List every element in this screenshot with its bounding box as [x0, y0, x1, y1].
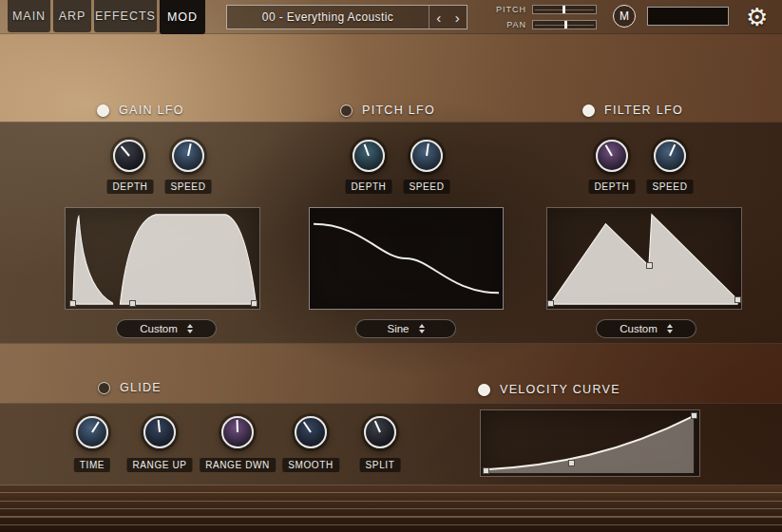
- pitch-depth-label: DEPTH: [346, 180, 392, 194]
- preset-arrows: ‹ ›: [429, 6, 467, 28]
- pitch-speed-knob[interactable]: [410, 140, 443, 172]
- curve-handle[interactable]: [646, 262, 653, 269]
- glide-title: GLIDE: [98, 381, 162, 394]
- glide-smooth-label: SMOOTH: [282, 458, 339, 472]
- gain-speed-label: SPEED: [165, 180, 212, 194]
- curve-handle[interactable]: [483, 467, 489, 474]
- pan-slider[interactable]: [532, 20, 597, 29]
- glide-time-knob[interactable]: [76, 416, 108, 448]
- glide-split-label: SPLIT: [360, 458, 401, 472]
- pitch-slider[interactable]: [532, 5, 597, 14]
- glide-split-knob[interactable]: [364, 416, 396, 448]
- filter-lfo-toggle[interactable]: [582, 104, 595, 117]
- chevron-up-down-icon: [667, 324, 673, 333]
- filter-waveform: [547, 208, 741, 309]
- level-meter: [647, 7, 729, 26]
- filter-wave-select-value: Custom: [620, 323, 658, 334]
- glide-range-down-label: RANGE DWN: [200, 458, 276, 472]
- glide-title-label: GLIDE: [120, 381, 162, 394]
- knob-needle: [410, 140, 443, 172]
- pan-label: PAN: [488, 20, 526, 29]
- pitch-waveform: [310, 208, 503, 309]
- filter-depth-label: DEPTH: [589, 180, 636, 194]
- tab-effects[interactable]: EFFECTS: [94, 0, 157, 32]
- curve-handle[interactable]: [69, 300, 76, 307]
- curve-handle[interactable]: [547, 300, 554, 307]
- chevron-up-down-icon: [187, 324, 193, 333]
- filter-lfo-title: FILTER LFO: [582, 104, 683, 117]
- glide-range-down-knob[interactable]: [221, 416, 254, 448]
- glide-range-up-label: RANGE UP: [126, 458, 192, 472]
- velocity-curve-path: [481, 410, 699, 476]
- glide-range-up-knob[interactable]: [143, 416, 176, 448]
- plugin-window: MAIN ARP EFFECTS MOD 00 - Everything Aco…: [0, 0, 782, 532]
- preset-next-icon[interactable]: ›: [455, 10, 460, 25]
- curve-handle[interactable]: [129, 300, 136, 307]
- tab-main[interactable]: MAIN: [8, 0, 50, 32]
- filter-wave-display[interactable]: [546, 207, 742, 310]
- filter-speed-label: SPEED: [647, 180, 694, 194]
- pitch-lfo-toggle[interactable]: [340, 104, 353, 117]
- gain-wave-select[interactable]: Custom: [116, 319, 217, 338]
- gain-wave-select-value: Custom: [140, 323, 178, 334]
- gain-lfo-title-label: GAIN LFO: [119, 104, 184, 117]
- curve-handle[interactable]: [251, 300, 257, 307]
- pitch-label: PITCH: [488, 5, 526, 14]
- knob-needle: [171, 139, 205, 173]
- preset-selector[interactable]: 00 - Everything Acoustic ‹ ›: [226, 5, 467, 29]
- curve-handle[interactable]: [691, 412, 697, 419]
- knob-needle: [222, 417, 252, 446]
- chevron-up-down-icon: [419, 324, 425, 333]
- gain-depth-label: DEPTH: [107, 180, 154, 194]
- gain-depth-knob[interactable]: [113, 140, 145, 172]
- gain-wave-display[interactable]: [65, 207, 260, 310]
- pitch-lfo-title-label: PITCH LFO: [362, 104, 435, 117]
- tab-arp[interactable]: ARP: [53, 0, 91, 32]
- pitch-depth-knob[interactable]: [353, 140, 385, 172]
- guitar-strings-photo: [0, 485, 782, 532]
- curve-handle[interactable]: [568, 460, 575, 466]
- pan-slider-handle[interactable]: [564, 21, 567, 28]
- pitch-wave-select[interactable]: Sine: [355, 319, 456, 338]
- glide-toggle[interactable]: [98, 382, 110, 394]
- glide-time-label: TIME: [74, 458, 110, 472]
- pitch-speed-label: SPEED: [404, 180, 450, 194]
- filter-speed-knob[interactable]: [654, 140, 686, 172]
- pitch-wave-display[interactable]: [309, 207, 504, 310]
- settings-gear-icon[interactable]: ⚙: [746, 3, 768, 31]
- velocity-curve-title: VELOCITY CURVE: [478, 383, 620, 396]
- curve-handle[interactable]: [734, 296, 741, 303]
- gain-speed-knob[interactable]: [172, 140, 204, 172]
- filter-depth-knob[interactable]: [596, 140, 628, 172]
- velocity-curve-title-label: VELOCITY CURVE: [500, 383, 620, 396]
- pitch-lfo-title: PITCH LFO: [340, 104, 435, 117]
- gain-waveform: [66, 208, 259, 309]
- filter-lfo-title-label: FILTER LFO: [604, 104, 683, 117]
- pitch-slider-handle[interactable]: [563, 6, 565, 13]
- filter-wave-select[interactable]: Custom: [596, 319, 696, 338]
- preset-prev-icon[interactable]: ‹: [436, 10, 441, 25]
- gain-lfo-toggle[interactable]: [97, 104, 109, 117]
- velocity-curve-display[interactable]: [480, 409, 700, 477]
- preset-name: 00 - Everything Acoustic: [227, 10, 429, 24]
- mute-button[interactable]: M: [613, 5, 636, 28]
- gain-lfo-title: GAIN LFO: [97, 104, 184, 117]
- velocity-curve-toggle[interactable]: [478, 384, 490, 396]
- glide-smooth-knob[interactable]: [295, 416, 327, 448]
- knob-needle: [144, 417, 176, 448]
- pitch-wave-select-value: Sine: [387, 323, 409, 334]
- tab-mod[interactable]: MOD: [160, 0, 205, 34]
